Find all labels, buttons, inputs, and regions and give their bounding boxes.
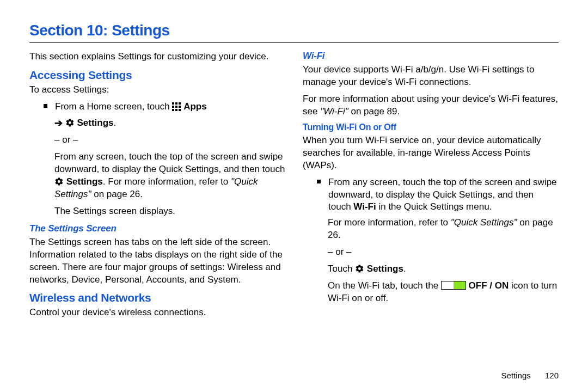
label-apps: Apps: [183, 101, 207, 112]
wifi-tab-toggle-line: On the Wi-Fi tab, touch the OFF / ON ico…: [328, 280, 559, 305]
apps-icon: [172, 102, 181, 111]
settings-screen-displays: The Settings screen displays.: [54, 205, 285, 218]
footer-page-number: 120: [545, 371, 559, 380]
gear-icon: [54, 177, 64, 186]
svg-rect-8: [179, 109, 181, 111]
from-any-screen-text: From any screen, touch the top of the sc…: [54, 151, 285, 201]
wifi-ref: "Wi-Fi": [320, 106, 351, 117]
settings-screen-text: The Settings screen has tabs on the left…: [29, 236, 285, 286]
svg-rect-3: [172, 106, 174, 108]
wifi-support-text: Your device supports Wi-Fi a/b/g/n. Use …: [303, 64, 559, 89]
touch-settings-line: Touch Settings.: [328, 263, 559, 275]
toggle-on-icon: [441, 281, 466, 290]
page-footer: Settings 120: [501, 371, 559, 380]
wifi-page-89: on page 89.: [351, 106, 400, 117]
label-settings-3: Settings: [367, 264, 403, 274]
text-more-info-2: For more information, refer to: [328, 217, 451, 228]
text-touch: Touch: [328, 264, 355, 274]
bullet-home-screen: From a Home screen, touch Apps: [44, 101, 285, 113]
bullet-wifi-from-any: From any screen, touch the top of the sc…: [317, 176, 559, 214]
text-from-home: From a Home screen, touch: [55, 101, 172, 112]
right-column: Wi-Fi Your device supports Wi-Fi a/b/g/n…: [303, 51, 559, 323]
period-2: .: [403, 264, 406, 274]
wireless-text: Control your device's wireless connectio…: [29, 307, 285, 319]
or-divider-1: – or –: [54, 134, 285, 146]
footer-label: Settings: [501, 371, 531, 380]
heading-settings-screen: The Settings Screen: [29, 223, 285, 234]
text-from-any: From any screen, touch the top of the sc…: [54, 151, 285, 174]
label-off-on: OFF / ON: [469, 280, 509, 291]
arrow-right-icon: ➔: [54, 118, 63, 128]
period-1: .: [114, 118, 117, 128]
heading-wireless-networks: Wireless and Networks: [29, 291, 285, 304]
page-title: Section 10: Settings: [29, 22, 559, 39]
text-wifi-tab: On the Wi-Fi tab, touch the: [328, 280, 441, 291]
bullet-square-icon: [317, 180, 321, 183]
gear-icon: [355, 264, 364, 273]
text-page-26: on page 26.: [94, 189, 143, 199]
arrow-settings-line: ➔ Settings.: [54, 117, 285, 130]
heading-turning-wifi-on-off: Turning Wi-Fi On or Off: [303, 122, 559, 132]
bullet-square-icon: [44, 104, 47, 108]
svg-rect-1: [175, 102, 177, 105]
wifi-onoff-text: When you turn Wi-Fi service on, your dev…: [303, 134, 559, 172]
text-quick-settings-ref-2: "Quick Settings": [451, 217, 517, 228]
to-access-text: To access Settings:: [29, 84, 285, 96]
left-column: This section explains Settings for custo…: [29, 51, 285, 323]
svg-rect-5: [179, 106, 181, 108]
text-in-qs: in the Quick Settings menu.: [376, 201, 492, 212]
gear-icon: [65, 118, 75, 127]
heading-wifi: Wi-Fi: [303, 51, 559, 62]
svg-rect-6: [172, 109, 174, 111]
heading-accessing-settings: Accessing Settings: [29, 69, 285, 82]
label-settings-2: Settings: [66, 176, 103, 187]
svg-rect-0: [172, 102, 174, 105]
label-settings-1: Settings: [77, 118, 113, 128]
svg-rect-4: [175, 106, 177, 108]
label-wifi: Wi-Fi: [353, 201, 376, 212]
or-divider-2: – or –: [328, 246, 559, 259]
wifi-qs-ref: For more information, refer to "Quick Se…: [328, 217, 559, 242]
intro-text: This section explains Settings for custo…: [29, 51, 285, 63]
svg-rect-2: [179, 102, 181, 105]
title-rule: [29, 42, 559, 43]
svg-rect-7: [175, 109, 177, 111]
text-more-info: . For more information, refer to: [103, 176, 231, 187]
wifi-more-info-text: For more information about using your de…: [303, 93, 559, 118]
two-column-layout: This section explains Settings for custo…: [29, 51, 559, 323]
